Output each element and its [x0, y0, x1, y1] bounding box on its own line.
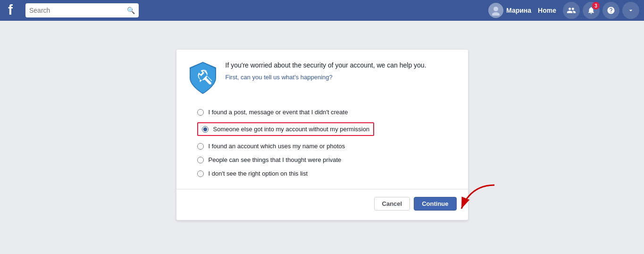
option-radio-2[interactable] — [202, 126, 209, 133]
option-label-4[interactable]: People can see things that I thought wer… — [209, 156, 342, 163]
option-item[interactable]: I found a post, message or event that I … — [195, 105, 457, 119]
home-button[interactable]: Home — [534, 7, 560, 14]
option-item-selected[interactable]: Someone else got into my account without… — [195, 119, 457, 139]
svg-rect-0 — [5, 0, 23, 18]
options-list: I found a post, message or event that I … — [195, 105, 457, 180]
nav-right: Марина Home 3 — [488, 2, 639, 19]
user-profile-nav[interactable]: Марина — [488, 3, 531, 18]
option-radio-3[interactable] — [197, 143, 204, 150]
option-label-1[interactable]: I found a post, message or event that I … — [209, 109, 348, 116]
option-item[interactable]: I found an account which uses my name or… — [195, 139, 457, 153]
option-label-3[interactable]: I found an account which uses my name or… — [209, 143, 345, 150]
svg-point-2 — [493, 7, 498, 11]
dialog-text-block: If you're worried about the security of … — [226, 61, 427, 82]
help-icon-button[interactable] — [602, 2, 619, 19]
security-shield-icon — [188, 61, 218, 97]
dialog-top: If you're worried about the security of … — [188, 61, 457, 97]
fb-logo[interactable]: f — [5, 0, 25, 20]
notification-badge: 3 — [592, 2, 600, 9]
option-item[interactable]: People can see things that I thought wer… — [195, 153, 457, 167]
option-label-5[interactable]: I don't see the right option on this lis… — [209, 170, 308, 177]
friends-icon-button[interactable] — [563, 2, 580, 19]
option-highlight-box: Someone else got into my account without… — [197, 122, 375, 136]
dialog-title: If you're worried about the security of … — [226, 61, 427, 70]
search-icon: 🔍 — [127, 7, 135, 14]
red-arrow-indicator — [457, 183, 499, 216]
dialog-actions: Cancel Continue — [188, 197, 457, 211]
navbar: f 🔍 Марина Home 3 — [0, 0, 644, 21]
option-label-2[interactable]: Someone else got into my account without… — [213, 126, 370, 133]
security-dialog: If you're worried about the security of … — [176, 49, 468, 220]
option-item[interactable]: I don't see the right option on this lis… — [195, 167, 457, 180]
avatar — [488, 3, 503, 18]
continue-button[interactable]: Continue — [414, 197, 456, 211]
page-body: If you're worried about the security of … — [0, 21, 644, 254]
search-input[interactable] — [29, 7, 124, 14]
option-radio-1[interactable] — [197, 109, 204, 116]
svg-point-3 — [492, 12, 500, 16]
cancel-button[interactable]: Cancel — [374, 197, 410, 211]
svg-text:f: f — [8, 2, 13, 17]
option-radio-4[interactable] — [197, 157, 204, 163]
option-radio-5[interactable] — [197, 170, 204, 177]
dialog-divider — [176, 189, 468, 189]
search-bar[interactable]: 🔍 — [25, 3, 139, 17]
nav-username: Марина — [506, 7, 531, 14]
notifications-icon-button[interactable]: 3 — [583, 2, 600, 19]
dialog-subtitle: First, can you tell us what's happening? — [226, 73, 427, 82]
menu-dropdown-button[interactable] — [622, 2, 639, 19]
